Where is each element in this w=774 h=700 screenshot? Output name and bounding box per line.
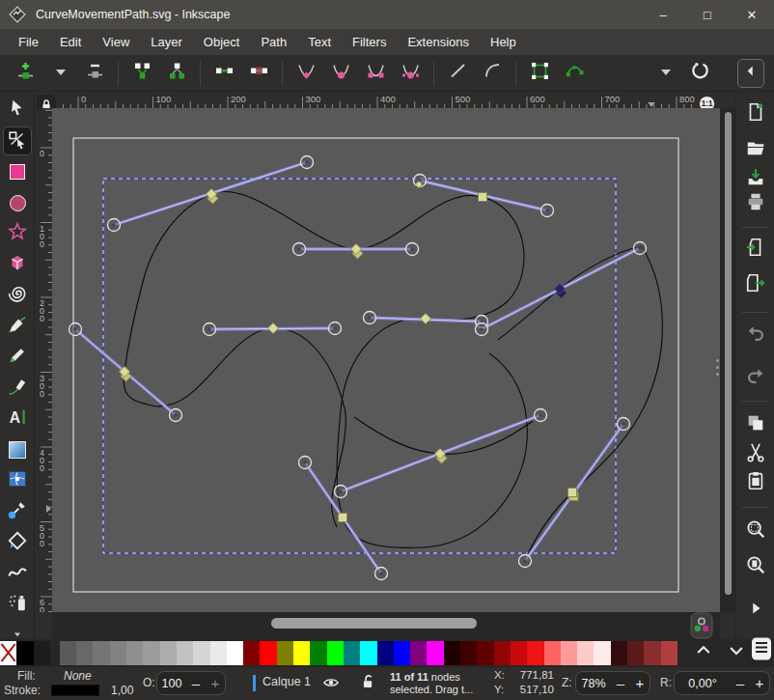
layer-name[interactable]: Calque 1 [263, 675, 311, 688]
color-swatch[interactable] [93, 641, 109, 665]
menu-edit[interactable]: Edit [49, 31, 92, 53]
break-nodes-button[interactable] [164, 61, 189, 86]
palette-scroll-down-button[interactable] [726, 642, 747, 663]
panel-grip-icon[interactable] [716, 359, 719, 362]
color-swatch[interactable] [661, 641, 677, 665]
join-nodes-button[interactable] [129, 61, 154, 86]
horizontal-scrollbar-thumb[interactable] [271, 618, 477, 629]
color-swatch[interactable] [60, 641, 76, 665]
color-swatch[interactable] [160, 641, 177, 665]
make-corner-node-button[interactable] [293, 61, 318, 86]
color-swatch[interactable] [611, 641, 627, 665]
spiral-tool[interactable] [4, 282, 31, 309]
menu-object[interactable]: Object [193, 31, 251, 53]
color-swatch[interactable] [594, 641, 610, 665]
rectangle-tool[interactable] [4, 158, 31, 185]
path-node[interactable] [568, 489, 577, 497]
palette-scroll-up-button[interactable] [693, 642, 714, 663]
color-swatch[interactable] [544, 641, 561, 665]
color-swatch[interactable] [243, 641, 260, 665]
color-swatch[interactable] [511, 641, 527, 665]
color-swatch[interactable] [327, 641, 344, 665]
color-swatch[interactable] [427, 641, 443, 665]
zoom-value[interactable]: 78% [576, 677, 611, 690]
delete-node-button[interactable] [82, 61, 107, 86]
make-smooth-node-button[interactable] [328, 61, 353, 86]
insert-node-button[interactable] [13, 61, 38, 86]
pen-tool[interactable] [4, 313, 31, 340]
dropper-tool[interactable] [4, 498, 31, 525]
zoom-increase-button[interactable]: + [630, 675, 650, 691]
new-document-button[interactable] [744, 102, 767, 126]
color-swatch[interactable] [177, 641, 193, 665]
menu-filters[interactable]: Filters [342, 31, 397, 53]
color-swatch[interactable] [110, 641, 126, 665]
color-swatch[interactable] [360, 641, 376, 665]
opacity-value[interactable]: 100 [157, 677, 186, 690]
print-document-button[interactable] [744, 192, 767, 215]
color-swatch[interactable] [227, 641, 243, 665]
undo-button[interactable] [744, 323, 767, 347]
close-button[interactable]: ✕ [730, 0, 774, 29]
color-swatch[interactable] [193, 641, 209, 665]
gradient-tool[interactable] [4, 436, 31, 463]
color-swatch[interactable] [627, 641, 644, 665]
object-to-path-button[interactable] [527, 61, 552, 86]
delete-segment-button[interactable] [246, 61, 271, 86]
color-swatch[interactable] [494, 641, 511, 665]
zoom-to-drawing-button[interactable] [744, 555, 767, 578]
menu-extensions[interactable]: Extensions [397, 31, 480, 53]
duplicate-button[interactable] [744, 413, 767, 436]
color-swatch[interactable] [644, 641, 660, 665]
vertical-ruler[interactable]: 0100200300400500600 [37, 108, 52, 612]
collapse-toolbar-button[interactable] [737, 59, 764, 88]
color-swatch[interactable] [577, 641, 594, 665]
export-image-button[interactable] [744, 273, 767, 296]
color-swatch[interactable] [293, 641, 310, 665]
color-swatch[interactable] [34, 641, 50, 665]
color-swatch[interactable] [277, 641, 293, 665]
box3d-tool[interactable] [4, 251, 31, 278]
expand-panel-button[interactable] [744, 599, 767, 622]
path-node[interactable] [420, 313, 430, 323]
canvas[interactable] [52, 108, 720, 612]
color-managed-view-button[interactable] [689, 612, 714, 639]
swatch-none[interactable] [0, 641, 16, 665]
opacity-increase-button[interactable]: + [206, 675, 225, 691]
path-curve[interactable] [354, 417, 533, 454]
color-swatch[interactable] [460, 641, 477, 665]
mesh-tool[interactable] [4, 467, 31, 494]
make-segment-line-button[interactable] [445, 61, 470, 86]
rotation-value[interactable]: 0,00° [675, 677, 731, 690]
color-swatch[interactable] [260, 641, 276, 665]
paste-button[interactable] [744, 471, 767, 494]
path-curve[interactable] [337, 319, 527, 548]
vertical-scrollbar[interactable] [720, 108, 735, 612]
menu-path[interactable]: Path [250, 31, 297, 53]
opacity-decrease-button[interactable]: – [186, 675, 206, 691]
color-swatch[interactable] [143, 641, 159, 665]
toolbar-options-dropdown-button[interactable] [652, 61, 677, 86]
path-curve[interactable] [211, 191, 524, 320]
menu-view[interactable]: View [92, 31, 140, 53]
zoom-spinner[interactable]: 78% – + [575, 671, 650, 695]
layer-visibility-eye-icon[interactable] [322, 674, 340, 694]
path-node[interactable] [267, 322, 278, 333]
minimize-button[interactable]: – [641, 0, 685, 29]
node-tool[interactable] [4, 127, 31, 154]
rotation-spinner[interactable]: 0,00° – + [674, 671, 770, 695]
menu-text[interactable]: Text [297, 31, 342, 53]
horizontal-ruler[interactable]: 0100200300400500600700800 [56, 93, 697, 108]
color-swatch[interactable] [16, 641, 33, 665]
color-swatch[interactable] [126, 641, 143, 665]
cut-button[interactable] [744, 442, 767, 465]
path-curve[interactable] [124, 194, 346, 527]
star-tool[interactable] [4, 220, 31, 247]
menu-help[interactable]: Help [480, 31, 527, 53]
stroke-to-path-button[interactable] [562, 61, 587, 86]
selector-tool[interactable] [4, 97, 31, 124]
color-swatch[interactable] [310, 641, 326, 665]
color-swatch[interactable] [444, 641, 460, 665]
bucket-tool[interactable] [4, 529, 31, 556]
make-segment-curve-button[interactable] [480, 61, 505, 86]
